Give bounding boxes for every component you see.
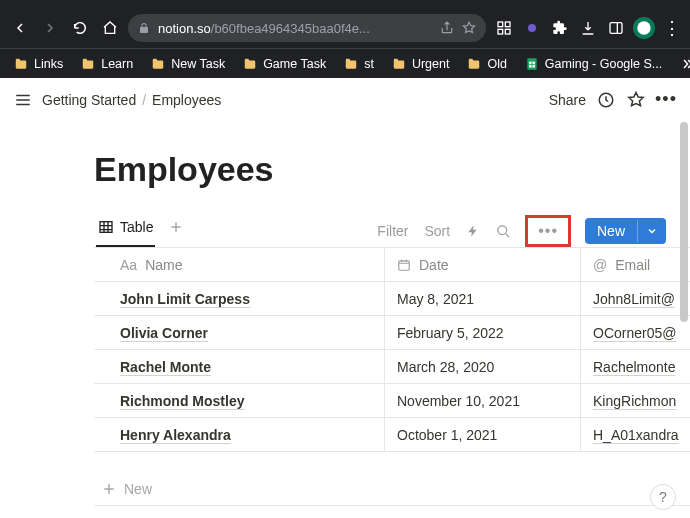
page-title[interactable]: Employees [94,150,690,189]
folder-icon [81,57,95,71]
bookmark-item[interactable]: Gaming - Google S... [519,53,668,75]
bookmark-label: Game Task [263,57,326,71]
url-path: /b60fbea4964345baa0f4e... [211,21,370,36]
reload-button[interactable] [68,16,92,40]
bookmark-star-icon[interactable] [462,21,476,35]
sidebar-toggle-icon[interactable] [14,91,32,109]
svg-rect-3 [505,29,510,34]
share-button[interactable]: Share [549,92,586,108]
bookmark-label: Gaming - Google S... [545,57,662,71]
folder-icon [467,57,481,71]
page-more-icon[interactable]: ••• [656,90,676,110]
table-row[interactable]: Rachel Monte March 28, 2020 Rachelmonte [94,350,690,384]
svg-rect-10 [100,222,112,233]
search-icon[interactable] [492,220,515,243]
sidepanel-icon[interactable] [604,16,628,40]
forward-button[interactable] [38,16,62,40]
automations-bolt-icon[interactable] [462,220,484,242]
folder-icon [392,57,406,71]
cell-name[interactable]: John Limit Carpess [120,291,250,307]
back-button[interactable] [8,16,32,40]
bookmark-item[interactable]: Old [461,53,512,75]
table-icon [98,219,114,235]
profile-avatar[interactable] [632,16,656,40]
table-row[interactable]: Olivia Corner February 5, 2022 OCorner05… [94,316,690,350]
svg-point-4 [528,24,536,32]
bookmark-item[interactable]: New Task [145,53,231,75]
folder-icon [14,57,28,71]
cell-email[interactable]: KingRichmon [593,393,676,409]
table-row[interactable]: John Limit Carpess May 8, 2021 John8Limi… [94,282,690,316]
share-url-icon[interactable] [440,21,454,35]
svg-rect-12 [399,260,410,269]
cell-name[interactable]: Henry Alexandra [120,427,231,443]
bookmarks-bar: Links Learn New Task Game Task st Urgent… [0,48,690,78]
svg-rect-2 [498,29,503,34]
cell-date[interactable]: May 8, 2021 [397,291,474,307]
help-label: ? [659,489,667,505]
lock-icon [138,22,150,34]
bookmark-label: New Task [171,57,225,71]
date-property-icon [397,258,411,272]
bookmark-item[interactable]: Learn [75,53,139,75]
bookmark-label: Links [34,57,63,71]
svg-point-11 [498,225,507,234]
chevron-down-icon [646,225,658,237]
browser-toolbar: notion.so/b60fbea4964345baa0f4e... [0,8,690,48]
add-view-button[interactable] [169,220,183,243]
cell-date[interactable]: February 5, 2022 [397,325,504,341]
cell-name[interactable]: Richmond Mostley [120,393,244,409]
table-header: Aa Name Date @ Email [94,248,690,282]
text-property-icon: Aa [120,257,137,273]
svg-rect-1 [505,22,510,27]
favorite-star-icon[interactable] [626,90,646,110]
new-button-dropdown[interactable] [637,220,666,242]
sort-button[interactable]: Sort [420,219,454,243]
vertical-scrollbar[interactable] [680,122,688,322]
cell-date[interactable]: November 10, 2021 [397,393,520,409]
filter-button[interactable]: Filter [373,219,412,243]
cell-date[interactable]: October 1, 2021 [397,427,497,443]
help-button[interactable]: ? [650,484,676,510]
more-dots-icon: ••• [538,222,558,240]
address-bar[interactable]: notion.so/b60fbea4964345baa0f4e... [128,14,486,42]
bookmark-item[interactable]: Game Task [237,53,332,75]
breadcrumb-item[interactable]: Getting Started [42,92,136,108]
bookmark-label: Old [487,57,506,71]
database-view-controls: Table Filter Sort ••• New [96,215,690,247]
svg-rect-5 [610,23,622,34]
extension-2-icon[interactable] [520,16,544,40]
svg-point-6 [637,21,650,34]
table-row[interactable]: Henry Alexandra October 1, 2021 H_A01xan… [94,418,690,452]
bookmark-item[interactable]: Urgent [386,53,456,75]
browser-tabstrip [0,0,690,8]
column-header-name[interactable]: Name [145,257,182,273]
extension-1-icon[interactable] [492,16,516,40]
column-header-date[interactable]: Date [419,257,449,273]
home-button[interactable] [98,16,122,40]
updates-clock-icon[interactable] [596,90,616,110]
view-more-options-button[interactable]: ••• [525,215,571,247]
chrome-menu-icon[interactable]: ⋮ [662,17,682,39]
extensions-puzzle-icon[interactable] [548,16,572,40]
column-header-email[interactable]: Email [615,257,650,273]
cell-email[interactable]: OCorner05@ [593,325,676,341]
folder-icon [344,57,358,71]
add-row-button[interactable]: New [94,472,690,506]
cell-email[interactable]: Rachelmonte [593,359,676,375]
bookmark-item[interactable]: st [338,53,380,75]
bookmarks-overflow-icon[interactable] [674,53,690,75]
cell-date[interactable]: March 28, 2020 [397,359,494,375]
new-button[interactable]: New [585,218,666,244]
bookmark-label: st [364,57,374,71]
table-row[interactable]: Richmond Mostley November 10, 2021 KingR… [94,384,690,418]
downloads-icon[interactable] [576,16,600,40]
bookmark-item[interactable]: Links [8,53,69,75]
breadcrumb-item[interactable]: Employees [152,92,221,108]
cell-name[interactable]: Rachel Monte [120,359,211,375]
view-tab-label: Table [120,219,153,235]
view-tab-table[interactable]: Table [96,215,155,247]
cell-email[interactable]: H_A01xandra [593,427,679,443]
cell-email[interactable]: John8Limit@ [593,291,675,307]
cell-name[interactable]: Olivia Corner [120,325,208,341]
